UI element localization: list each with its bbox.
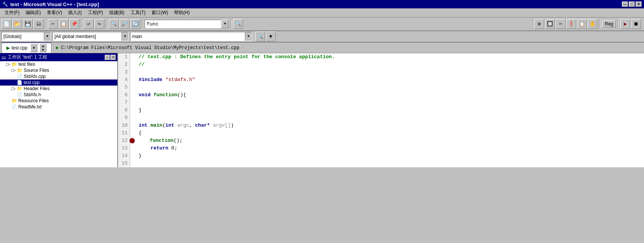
folder-icon-source: 📁 — [17, 68, 22, 73]
menu-bar: 文件(F) 编辑(E) 查看(V) 插入(I) 工程(P) 组建(B) 工具(T… — [0, 8, 644, 17]
menu-window[interactable]: 窗口(W) — [149, 9, 171, 17]
debug-go-btn[interactable]: ▶ — [620, 19, 630, 29]
menu-build[interactable]: 组建(B) — [106, 9, 128, 17]
globals-input[interactable] — [2, 32, 44, 41]
code-line-11: 11 { — [118, 129, 644, 137]
code-line-10: 10 int main(int argc, char* argv[]) — [118, 122, 644, 129]
line-num-15: 15 — [118, 160, 130, 167]
breakpoint-12[interactable] — [129, 138, 135, 143]
menu-insert[interactable]: 插入(I) — [65, 9, 85, 17]
debug-btn-6[interactable]: ✋ — [588, 19, 598, 29]
line-num-12: 12 — [118, 137, 130, 145]
menu-edit[interactable]: 编辑(E) — [22, 9, 44, 17]
tree-item-source-files[interactable]: □- 📁 Source Files — [0, 67, 117, 73]
menu-help[interactable]: 帮助(H) — [171, 9, 193, 17]
toolbar-sep-5 — [230, 19, 231, 29]
file-tab-test-cpp[interactable]: ▶ test.cpp ▼ ▲▼ — [2, 43, 51, 53]
file-icon-stdafx-cpp: 📄 — [17, 74, 22, 79]
window-title: test - Microsoft Visual C++ - [test.cpp] — [10, 2, 622, 7]
line-content-3 — [136, 68, 142, 76]
debug-stop-btn[interactable]: ⏹ — [631, 19, 641, 29]
undo-button[interactable]: ↩ — [84, 19, 94, 29]
toolbar-sep-2 — [81, 19, 82, 29]
minimize-button[interactable]: — — [622, 2, 628, 7]
menu-file[interactable]: 文件(F) — [2, 9, 22, 17]
debug-btn-1[interactable]: ⚙ — [534, 19, 544, 29]
file-path: C:\Program Files\Microsoft Visual Studio… — [61, 45, 239, 51]
file-tab-spinner[interactable]: ▲▼ — [40, 44, 46, 52]
open-button[interactable]: 📂 — [12, 19, 22, 29]
maximize-button[interactable]: □ — [629, 2, 635, 7]
browse-btn-2[interactable]: ▼ — [266, 32, 276, 41]
func-input[interactable] — [145, 20, 221, 28]
members-input[interactable] — [53, 32, 121, 41]
globals-dropdown-btn[interactable]: ▼ — [44, 32, 51, 41]
tree-label-test-files: test files — [18, 62, 35, 67]
paste-button[interactable]: 📌 — [69, 19, 79, 29]
file-tab-dropdown[interactable]: ▼ — [30, 44, 37, 52]
find2-button[interactable]: 🔎 — [120, 19, 129, 29]
debug-btn-4[interactable]: ❗ — [566, 19, 576, 29]
browse-btn-1[interactable]: 🔍 — [255, 32, 265, 41]
debug-btn-2[interactable]: 🔲 — [545, 19, 555, 29]
tree-item-test-files[interactable]: □- 📁 test files — [0, 61, 117, 67]
content-wrapper: ▶ test.cpp ▼ ▲▼ ▶ C:\Program Files\Micro… — [0, 43, 644, 167]
path-bar: ▶ C:\Program Files\Microsoft Visual Stud… — [53, 43, 242, 53]
copy-button[interactable]: 📋 — [59, 19, 69, 29]
close-button[interactable]: ✕ — [636, 2, 642, 7]
sidebar-header-buttons: — ✕ — [105, 55, 116, 60]
title-bar: 🔧 test - Microsoft Visual C++ - [test.cp… — [0, 0, 644, 8]
line-num-5: 5 — [118, 84, 130, 91]
tree-label-readme: ReadMe.txt — [18, 104, 42, 110]
workspace-icon: 🗂 — [2, 55, 6, 60]
code-line-9: 9 — [118, 114, 644, 122]
tree-item-stdafx-cpp[interactable]: 📄 StdAfx.cpp — [0, 73, 117, 79]
file-tab-icon: ▶ — [6, 45, 10, 51]
tree-item-readme[interactable]: 📄 ReadMe.txt — [0, 104, 117, 110]
func-select-dropdown-btn[interactable]: ▼ — [245, 32, 252, 41]
func-select-input[interactable] — [131, 32, 245, 41]
code-line-13: 13 return 0; — [118, 145, 644, 152]
menu-tools[interactable]: 工具(T) — [128, 9, 149, 17]
sidebar-close-btn[interactable]: ✕ — [110, 55, 116, 60]
save-all-button[interactable]: 🗂 — [34, 19, 43, 29]
line-content-1: // test.cpp : Defines the entry point fo… — [136, 53, 335, 61]
reg-button[interactable]: Reg — [602, 20, 616, 28]
new-file-button[interactable]: 📄 — [2, 19, 11, 29]
find3-button[interactable]: 🔍 — [233, 19, 243, 29]
code-line-6: 6 void function(){ — [118, 91, 644, 99]
line-num-7: 7 — [118, 99, 130, 106]
file-icon-readme: 📄 — [11, 104, 17, 110]
sidebar-minimize-btn[interactable]: — — [105, 55, 110, 60]
main-area: 🗂 工作区 'test': 1 工程 — ✕ □- 📁 test files □… — [0, 53, 644, 167]
tree-item-test-cpp[interactable]: 📄 test.cpp — [0, 79, 117, 86]
line-content-2: // — [136, 61, 145, 68]
file-tab-name: test.cpp — [11, 45, 27, 51]
tree-item-header-files[interactable]: □- 📁 Header Files — [0, 86, 117, 92]
save-button[interactable]: 💾 — [23, 19, 33, 29]
line-content-8: } — [136, 106, 142, 114]
tree-item-resource-files[interactable]: 📁 Resource Files — [0, 98, 117, 104]
code-area[interactable]: 1 // test.cpp : Defines the entry point … — [118, 53, 644, 167]
find-button[interactable]: 🔍 — [109, 19, 119, 29]
toolbar-sep-4 — [142, 19, 143, 29]
members-dropdown-btn[interactable]: ▼ — [121, 32, 128, 41]
line-num-10: 10 — [118, 122, 130, 129]
cut-button[interactable]: ✂ — [48, 19, 58, 29]
code-content: 1 // test.cpp : Defines the entry point … — [118, 53, 644, 167]
right-sep-1 — [599, 19, 600, 29]
replace-button[interactable]: 🔄 — [130, 19, 140, 29]
line-content-10: int main(int argc, char* argv[]) — [136, 122, 234, 129]
redo-button[interactable]: ↪ — [94, 19, 104, 29]
debug-btn-3[interactable]: ✂ — [556, 19, 566, 29]
line-num-4: 4 — [118, 76, 130, 84]
toolbar-sep-3 — [106, 19, 107, 29]
line-num-13: 13 — [118, 145, 130, 152]
func-combo-dropdown[interactable]: ▼ — [222, 20, 229, 28]
menu-view[interactable]: 查看(V) — [44, 9, 65, 17]
debug-btn-5[interactable]: 📋 — [577, 19, 587, 29]
code-line-8: 8 } — [118, 106, 644, 114]
tree-label-header-files: Header Files — [24, 86, 50, 91]
tree-item-stdafx-h[interactable]: 📄 StdAfx.h — [0, 92, 117, 98]
menu-project[interactable]: 工程(P) — [85, 9, 106, 17]
